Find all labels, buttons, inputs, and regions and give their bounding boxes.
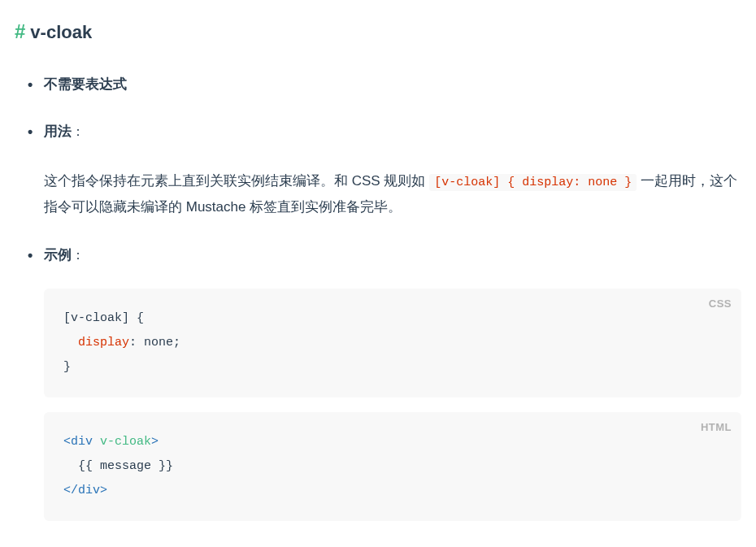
code-line: </div> (63, 479, 722, 503)
section-heading: # v-cloak (15, 16, 741, 47)
code-token-separator: : (129, 336, 144, 349)
usage-description: 这个指令保持在元素上直到关联实例结束编译。和 CSS 规则如 [v-cloak]… (44, 168, 741, 219)
code-token-semicolon: ; (173, 336, 180, 349)
list-item-usage: 用法： 这个指令保持在元素上直到关联实例结束编译。和 CSS 规则如 [v-cl… (44, 120, 741, 219)
code-token-value: none (144, 336, 173, 349)
inline-code-v-cloak-rule: [v-cloak] { display: none } (429, 174, 637, 191)
code-line: } (63, 355, 722, 380)
code-line: [v-cloak] { (63, 306, 722, 331)
colon: ： (72, 124, 85, 138)
code-token-angle: < (63, 435, 71, 449)
code-line: {{ message }} (63, 454, 722, 479)
list-item-no-expression: 不需要表达式 (44, 73, 741, 95)
code-line: display: none; (63, 331, 722, 355)
code-block-html: HTML <div v-cloak> {{ message }} </div> (44, 412, 741, 521)
code-token-brace: } (63, 360, 71, 374)
code-block-css: CSS [v-cloak] { display: none; } (44, 289, 741, 397)
code-line: <div v-cloak> (63, 430, 722, 454)
code-language-label: HTML (701, 417, 732, 438)
code-token-brace: { (129, 311, 144, 325)
code-token-angle: > (151, 435, 159, 449)
heading-anchor-hash[interactable]: # (15, 16, 25, 47)
code-token-tag: div (71, 435, 93, 449)
code-indent (63, 459, 78, 473)
code-token-angle: > (100, 484, 107, 497)
code-token-property: display (78, 336, 129, 349)
code-token-tag: div (78, 484, 100, 497)
list-item-title: 不需要表达式 (44, 76, 127, 92)
code-indent (63, 336, 78, 349)
list-item-title: 示例 (44, 247, 72, 263)
code-space (93, 435, 100, 449)
content-list: 不需要表达式 用法： 这个指令保持在元素上直到关联实例结束编译。和 CSS 规则… (15, 73, 741, 547)
usage-text-part1: 这个指令保持在元素上直到关联实例结束编译。和 CSS 规则如 (44, 173, 429, 189)
code-language-label: CSS (709, 293, 732, 315)
colon: ： (72, 248, 85, 262)
code-token-attr: v-cloak (100, 435, 151, 449)
code-token-selector: [v-cloak] (63, 311, 129, 325)
list-item-example: 示例： CSS [v-cloak] { display: none; } HTM… (44, 244, 741, 547)
code-token-mustache: {{ message }} (78, 459, 173, 473)
list-item-title: 用法 (44, 124, 72, 139)
heading-title: v-cloak (30, 18, 92, 46)
code-token-angle: </ (63, 484, 78, 497)
